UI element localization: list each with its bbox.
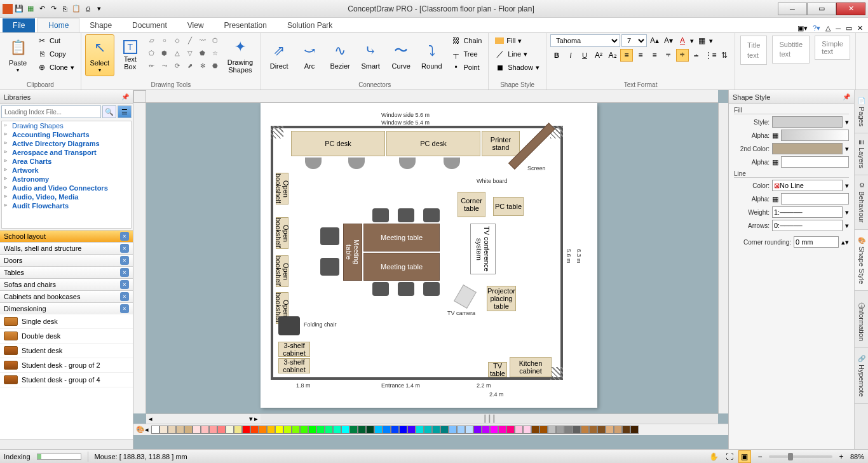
lib-cat-doors[interactable]: Doors× [0, 254, 133, 266]
fp-printer-stand[interactable]: Printer stand [482, 131, 520, 156]
textbox-tool-button[interactable]: TText Box [117, 34, 144, 76]
fill-alpha-slider[interactable] [781, 130, 849, 141]
qat-save-icon[interactable]: 💾 [14, 4, 24, 14]
valign-mid-icon[interactable]: ⫩ [676, 49, 689, 62]
qat-app-icon[interactable] [3, 4, 13, 14]
highlight-icon[interactable]: ▦ [695, 34, 708, 47]
line-color-select[interactable]: ⊠ No Line [772, 180, 843, 191]
color-swatch[interactable] [333, 426, 341, 434]
lib-cat-sofas[interactable]: Sofas and chairs× [0, 278, 133, 290]
subscript-icon[interactable]: A₂ [606, 49, 619, 62]
color-swatch[interactable] [606, 426, 614, 434]
color-swatch[interactable] [589, 426, 597, 434]
fp-kitchen-cabinet[interactable]: Kitchen cabinet [510, 357, 552, 377]
help-icon[interactable]: ?▾ [813, 24, 820, 32]
line-weight-select[interactable]: 1: ───── [772, 206, 843, 218]
color-swatch[interactable] [498, 426, 506, 434]
fp-pc-table[interactable]: PC table [493, 197, 524, 216]
fp-bookshelf[interactable]: Open bookshelf [276, 255, 288, 287]
fp-bookshelf[interactable]: Open bookshelf [276, 173, 288, 205]
left-hscroll[interactable] [0, 439, 133, 449]
color-swatch[interactable] [316, 426, 325, 434]
font-color-icon[interactable]: A [676, 34, 689, 47]
collapse-ribbon-icon[interactable]: △ [825, 24, 831, 32]
shadow-button[interactable]: ◼Shadow ▾ [492, 61, 542, 74]
color-swatch[interactable] [383, 426, 391, 434]
color-swatch[interactable] [457, 426, 465, 434]
color-swatch[interactable] [151, 426, 159, 434]
canvas-hscroll[interactable]: ┃┃┃ [261, 414, 718, 424]
palette-picker-icon[interactable]: 🎨◂ [136, 426, 149, 434]
color-swatch[interactable] [300, 426, 308, 434]
color-swatch[interactable] [234, 426, 242, 434]
shape-student-desk[interactable]: Student desk [0, 344, 133, 358]
side-tab-pages[interactable]: 📄Pages [855, 90, 868, 133]
color-swatch[interactable] [515, 426, 523, 434]
tab-document[interactable]: Document [122, 18, 177, 32]
point-connector[interactable]: •Point [449, 61, 485, 74]
color-swatch[interactable] [209, 426, 217, 434]
shape-student-desk-4[interactable]: Student desk - group of 4 [0, 373, 133, 387]
color-swatch[interactable] [506, 426, 515, 434]
side-tab-hypernote[interactable]: 🔗Hypernote [855, 348, 868, 404]
superscript-icon[interactable]: A² [592, 49, 605, 62]
fp-bookshelf[interactable]: Open bookshelf [276, 217, 288, 249]
color-swatch[interactable] [597, 426, 606, 434]
library-search-input[interactable] [1, 105, 101, 118]
color-swatch[interactable] [581, 426, 589, 434]
paste-button[interactable]: 📋Paste▾ [4, 34, 32, 76]
subtitle-style[interactable]: Subtitle text [772, 36, 810, 64]
color2-select[interactable] [772, 143, 843, 154]
color-swatch[interactable] [391, 426, 399, 434]
fill-button[interactable]: Fill ▾ [492, 34, 542, 47]
tab-solution[interactable]: Solution Park [277, 18, 342, 32]
drawing-shapes-button[interactable]: ✦Drawing Shapes [224, 34, 257, 76]
zoom-value[interactable]: 88% [850, 453, 864, 460]
color-swatch[interactable] [416, 426, 424, 434]
color-swatch[interactable] [539, 426, 548, 434]
canvas-viewport[interactable]: Window side 5.6 m Window side 5.4 m PC d… [146, 103, 718, 413]
fp-tv-camera[interactable] [454, 285, 477, 309]
font-size-select[interactable]: 7 [621, 34, 647, 47]
fp-chair[interactable] [372, 208, 389, 222]
fp-monitor[interactable] [348, 158, 365, 169]
font-family-select[interactable]: Tahoma [550, 34, 620, 47]
lib-cat-dimensioning[interactable]: Dimensioning× [0, 302, 133, 314]
color-swatch[interactable] [630, 426, 639, 434]
qat-dropdown-icon[interactable]: ▾ [94, 4, 104, 14]
color-swatch[interactable] [407, 426, 416, 434]
canvas-vscroll[interactable] [718, 103, 728, 413]
color-swatch[interactable] [490, 426, 498, 434]
simple-style[interactable]: Simple text [815, 36, 850, 60]
valign-bot-icon[interactable]: ⫨ [690, 49, 703, 62]
color-swatch[interactable] [325, 426, 333, 434]
pin-icon[interactable]: 📌 [843, 93, 850, 100]
color-swatch[interactable] [259, 426, 267, 434]
color-swatch[interactable] [159, 426, 168, 434]
zoom-region-icon[interactable]: ⛶ [723, 450, 736, 463]
search-icon[interactable]: 🔍 [102, 105, 116, 118]
color-swatch[interactable] [473, 426, 482, 434]
fp-meeting-table[interactable]: Meeting table [363, 224, 440, 252]
tree-item[interactable]: Active Directory Diagrams [2, 139, 131, 148]
tab-dropdown[interactable]: ▾ [249, 415, 253, 423]
line-arrows-select[interactable]: 0: ───── [772, 220, 843, 231]
mdi-min-icon[interactable]: ─ [836, 25, 841, 32]
bold-icon[interactable]: B [550, 49, 563, 62]
color-swatch[interactable] [424, 426, 432, 434]
fp-chair[interactable] [423, 282, 440, 296]
lib-cat-walls[interactable]: Walls, shell and structure× [0, 242, 133, 254]
color-swatch[interactable] [399, 426, 407, 434]
grow-font-icon[interactable]: A▴ [648, 34, 661, 47]
tree-item[interactable]: Astronomy [2, 175, 131, 184]
italic-icon[interactable]: I [564, 49, 577, 62]
qat-undo-icon[interactable]: ↶ [37, 4, 47, 14]
side-tab-shape-style[interactable]: 🎨Shape Style [855, 230, 868, 291]
fp-cabinet[interactable]: 3-shelf cabinet [278, 358, 310, 373]
fp-tv-table[interactable]: TV table [488, 362, 507, 377]
fp-meeting-table[interactable]: Meeting table [363, 253, 440, 281]
color-swatch[interactable] [556, 426, 564, 434]
color-swatch[interactable] [523, 426, 531, 434]
sheet-tabbar[interactable]: ◂ ▾ ▸ ┃┃┃ [146, 413, 718, 424]
valign-top-icon[interactable]: ⫧ [662, 49, 675, 62]
